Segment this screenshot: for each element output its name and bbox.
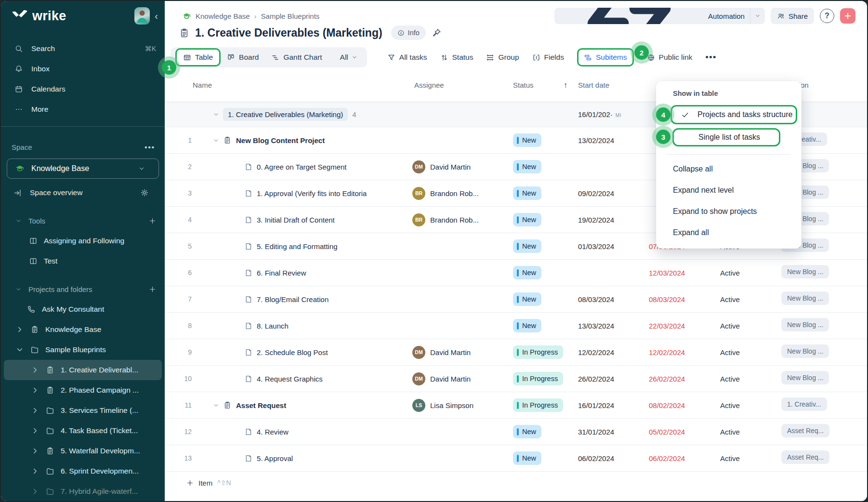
start-date-cell[interactable]: 13/03/2024 xyxy=(574,322,622,330)
location-cell[interactable]: New Blog ... xyxy=(754,291,867,307)
status-badge[interactable]: In Progress xyxy=(513,345,563,359)
status-badge[interactable]: New xyxy=(513,319,541,332)
wrike-logo[interactable]: wrike xyxy=(12,9,134,24)
assignee-cell[interactable]: DMDavid Martin xyxy=(410,160,509,173)
share-button[interactable]: Share xyxy=(771,8,814,24)
location-badge[interactable]: New Blog ... xyxy=(781,291,829,305)
status-cell[interactable]: In Progress xyxy=(509,345,574,359)
status-cell[interactable]: New xyxy=(509,451,574,465)
sidebar-item-assigning-and-following[interactable]: Assigning and Following xyxy=(4,231,162,251)
start-date-cell[interactable]: 09/02/2024 xyxy=(574,189,622,198)
status-cell[interactable]: In Progress xyxy=(509,398,574,412)
location-badge[interactable]: 1. Creativ... xyxy=(781,397,827,411)
location-badge[interactable]: Asset Req... xyxy=(781,450,829,464)
breadcrumb-item-sample-blueprints[interactable]: Sample Blueprints xyxy=(261,12,320,20)
assignee-cell[interactable]: BRBrandon Rob... xyxy=(410,187,509,200)
menu-item-single-list-of-tasks[interactable]: Single list of tasks xyxy=(672,128,780,146)
status-badge[interactable]: New xyxy=(513,266,541,279)
location-cell[interactable]: New Blog ... xyxy=(754,318,867,333)
start-date-cell[interactable]: 16/01/2024 xyxy=(574,401,622,410)
start-date-cell[interactable]: 31/01/2024 xyxy=(574,428,622,436)
task-name-cell[interactable]: Asset Request xyxy=(198,401,410,410)
add-item-row[interactable]: Item ^⇧N xyxy=(165,472,867,494)
sidebar-item-test[interactable]: Test xyxy=(4,251,162,271)
table-row[interactable]: 135. ApprovalNew06/02/202406/02/2024Acti… xyxy=(165,445,867,472)
due-date-cell[interactable]: 06/02/2024 xyxy=(622,454,702,462)
location-cell[interactable]: Asset Req... xyxy=(754,450,867,466)
sidebar-item-5-waterfall-developm[interactable]: 5. Waterfall Developm... xyxy=(4,441,162,461)
sidebar-item-sample-blueprints[interactable]: Sample Blueprints xyxy=(4,340,162,360)
start-date-cell[interactable]: 13/02/2024 xyxy=(574,136,622,145)
task-name-cell[interactable]: 5. Editing and Formatting xyxy=(198,242,410,251)
task-name-cell[interactable]: 6. Final Review xyxy=(198,269,410,277)
start-date-cell[interactable]: 26/02/2024 xyxy=(574,375,622,383)
column-header-start-date[interactable]: Start date xyxy=(574,81,622,89)
column-header-status[interactable]: Status xyxy=(513,81,534,89)
menu-item-expand-all[interactable]: Expand all xyxy=(656,222,802,243)
sidebar-item-3-services-timeline[interactable]: 3. Services Timeline (... xyxy=(4,400,162,421)
project-state-cell[interactable]: Active xyxy=(702,269,754,277)
due-date-cell[interactable]: 12/03/2024 xyxy=(622,269,702,277)
user-avatar[interactable] xyxy=(134,7,150,25)
start-date-cell[interactable]: 08/03/2024 xyxy=(574,295,622,304)
project-state-cell[interactable]: Active xyxy=(702,295,754,304)
space-menu-icon[interactable]: ••• xyxy=(145,143,155,151)
section-header-tools[interactable]: Tools xyxy=(1,211,165,231)
project-state-cell[interactable]: Active xyxy=(702,401,754,410)
due-date-cell[interactable]: 08/02/2024 xyxy=(622,401,702,410)
status-cell[interactable]: New xyxy=(509,239,574,253)
table-row[interactable]: 104. Request GraphicsDMDavid MartinIn Pr… xyxy=(165,366,867,392)
assignee-cell[interactable]: LSLisa Simpson xyxy=(410,399,509,412)
sidebar-item-1-creative-deliverabl[interactable]: 1. Creative Deliverabl... xyxy=(4,360,162,380)
project-state-cell[interactable]: Active xyxy=(702,348,754,357)
location-badge[interactable]: New Blog ... xyxy=(781,318,829,331)
task-name-cell[interactable]: 4. Review xyxy=(198,428,410,436)
column-header-assignee[interactable]: Assignee xyxy=(410,81,509,89)
task-name-cell[interactable]: 7. Blog/Email Creation xyxy=(198,295,410,304)
sidebar-item-calendars[interactable]: Calendars xyxy=(1,79,165,99)
table-row[interactable]: 92. Schedule Blog PostDMDavid MartinIn P… xyxy=(165,339,867,366)
project-state-cell[interactable]: Active xyxy=(702,428,754,436)
menu-item-expand-next-level[interactable]: Expand next level xyxy=(656,180,802,201)
due-date-cell[interactable]: 22/03/2024 xyxy=(622,322,702,330)
location-cell[interactable]: New Blog ... xyxy=(754,265,867,280)
status-cell[interactable]: New xyxy=(509,292,574,306)
info-button[interactable]: Info xyxy=(391,26,426,40)
location-cell[interactable]: New Blog ... xyxy=(754,371,867,386)
sidebar-item-2-phased-campaign[interactable]: 2. Phased Campaign ... xyxy=(4,380,162,400)
tab-board[interactable]: Board xyxy=(221,49,265,66)
task-name-cell[interactable]: 4. Request Graphics xyxy=(198,375,410,383)
task-name-cell[interactable]: 8. Launch xyxy=(198,322,410,330)
status-badge[interactable]: New xyxy=(513,425,541,438)
location-cell[interactable]: 1. Creativ... xyxy=(754,397,867,413)
table-row[interactable]: 77. Blog/Email CreationNew08/03/202408/0… xyxy=(165,286,867,313)
status-badge[interactable]: New xyxy=(513,239,541,253)
pin-icon[interactable] xyxy=(432,28,442,38)
menu-item-projects-and-tasks-structure[interactable]: Projects and tasks structure xyxy=(671,105,797,124)
status-cell[interactable]: New xyxy=(509,266,574,279)
due-date-cell[interactable]: 05/02/2024 xyxy=(622,428,702,436)
filter-button[interactable]: All tasks xyxy=(387,53,427,62)
start-date-cell[interactable]: 06/02/2024 xyxy=(574,454,622,462)
assignee-cell[interactable]: DMDavid Martin xyxy=(410,346,509,359)
location-badge[interactable]: Asset Req... xyxy=(781,424,829,437)
subitems-button[interactable]: Subitems xyxy=(577,48,634,66)
sort-button[interactable]: Status xyxy=(440,53,473,62)
sidebar-item-search[interactable]: Search⌘K xyxy=(1,39,165,59)
sidebar-item-more[interactable]: More xyxy=(1,99,165,119)
column-header-name[interactable]: Name xyxy=(193,81,410,89)
gear-icon[interactable] xyxy=(140,188,149,197)
tab-table[interactable]: Table xyxy=(175,48,221,66)
location-cell[interactable]: New Blog ... xyxy=(754,344,867,360)
automation-dropdown[interactable] xyxy=(750,8,765,24)
status-badge[interactable]: In Progress xyxy=(513,398,563,412)
sidebar-item-knowledge-base[interactable]: Knowledge Base xyxy=(4,319,162,340)
status-badge[interactable]: New xyxy=(513,160,541,173)
start-date-cell[interactable]: 19/02/2024 xyxy=(574,216,622,224)
status-badge[interactable]: New xyxy=(513,451,541,465)
assignee-cell[interactable]: BRBrandon Rob... xyxy=(410,213,509,226)
tab-gantt[interactable]: Gantt Chart xyxy=(265,49,328,66)
task-name-cell[interactable]: 1. Creative Deliverables (Marketing)4 xyxy=(198,108,410,121)
start-date-cell[interactable]: 12/02/2024 xyxy=(574,348,622,357)
status-cell[interactable]: New xyxy=(509,213,574,226)
